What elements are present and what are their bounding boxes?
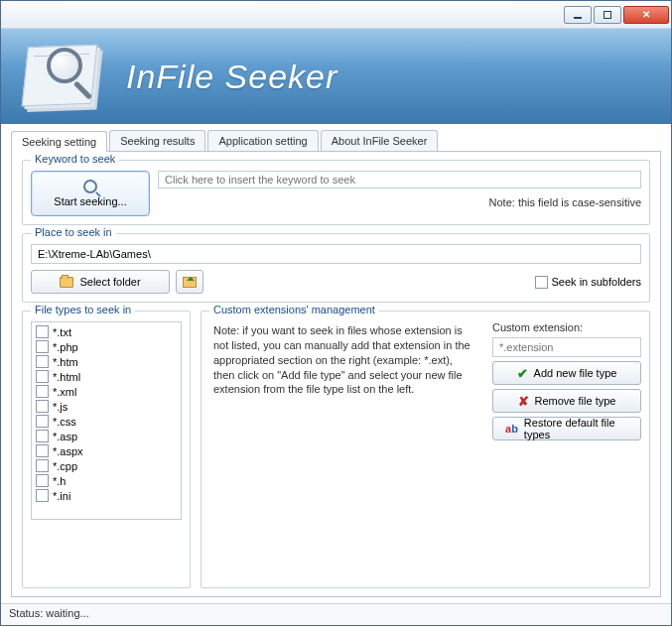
group-title-filetypes: File types to seek in xyxy=(31,304,135,315)
filetype-item[interactable]: *.css xyxy=(36,414,177,429)
open-folder-button[interactable] xyxy=(176,270,203,294)
subfolders-label: Seek in subfolders xyxy=(552,276,642,288)
titlebar: ✕ xyxy=(1,1,671,29)
filetype-item[interactable]: *.htm xyxy=(36,354,177,369)
restore-filetypes-button[interactable]: ab Restore default file types xyxy=(492,417,641,440)
filetype-label: *.xml xyxy=(53,386,76,398)
checkbox-icon xyxy=(36,400,49,413)
checkbox-icon xyxy=(36,459,49,472)
close-button[interactable]: ✕ xyxy=(623,6,669,24)
tab-about[interactable]: About InFile Seeker xyxy=(321,130,439,151)
filetype-label: *.html xyxy=(53,371,80,383)
filetype-item[interactable]: *.txt xyxy=(36,324,177,339)
group-title-place: Place to seek in xyxy=(31,226,116,238)
filetype-label: *.ini xyxy=(53,490,70,502)
filetype-label: *.cpp xyxy=(53,460,77,472)
filetype-item[interactable]: *.aspx xyxy=(36,443,177,458)
checkbox-icon xyxy=(36,474,49,487)
group-title-keyword: Keyword to seek xyxy=(31,153,119,165)
group-custom-extensions: Custom extensions' management Note: if y… xyxy=(201,311,650,588)
filetype-item[interactable]: *.html xyxy=(36,369,177,384)
subfolders-checkbox[interactable]: Seek in subfolders xyxy=(535,276,642,289)
app-window: ✕ InFile Seeker Seeking setting Seeking … xyxy=(0,0,672,626)
custom-extension-input[interactable] xyxy=(492,337,641,357)
path-input[interactable] xyxy=(31,244,641,264)
keyword-input[interactable] xyxy=(158,171,641,188)
filetype-item[interactable]: *.ini xyxy=(36,488,177,503)
status-text: Status: waiting... xyxy=(9,607,89,619)
filetype-label: *.css xyxy=(53,416,76,428)
app-logo-icon xyxy=(19,42,108,111)
filetype-item[interactable]: *.h xyxy=(36,473,177,488)
custom-extension-label: Custom extension: xyxy=(492,321,641,333)
group-filetypes: File types to seek in *.txt*.php*.htm*.h… xyxy=(22,311,191,588)
ab-icon: ab xyxy=(505,423,518,435)
filetype-item[interactable]: *.php xyxy=(36,339,177,354)
checkbox-icon xyxy=(535,276,548,289)
status-bar: Status: waiting... xyxy=(1,603,671,625)
folder-up-icon xyxy=(183,277,197,288)
checkbox-icon xyxy=(36,415,49,428)
filetype-item[interactable]: *.js xyxy=(36,399,177,414)
group-place: Place to seek in Select folder Seek in s… xyxy=(22,233,650,303)
tabstrip: Seeking setting Seeking results Applicat… xyxy=(1,124,671,151)
start-seeking-button[interactable]: Start seeking... xyxy=(31,171,150,216)
filetype-label: *.aspx xyxy=(53,445,83,457)
app-banner: InFile Seeker xyxy=(1,29,671,124)
start-seeking-label: Start seeking... xyxy=(54,195,126,207)
tab-seeking-setting[interactable]: Seeking setting xyxy=(11,131,107,152)
select-folder-label: Select folder xyxy=(79,276,140,288)
checkbox-icon xyxy=(36,430,49,442)
case-sensitive-note: Note: this field is case-sensitive xyxy=(158,196,641,208)
filetype-item[interactable]: *.cpp xyxy=(36,458,177,473)
filetype-label: *.txt xyxy=(53,326,71,338)
group-title-custom: Custom extensions' management xyxy=(209,304,379,315)
filetype-label: *.h xyxy=(53,475,66,487)
restore-filetypes-label: Restore default file types xyxy=(524,417,628,440)
check-icon: ✔ xyxy=(517,366,528,381)
search-icon xyxy=(83,180,97,193)
checkbox-icon xyxy=(36,489,49,502)
folder-open-icon xyxy=(60,277,73,288)
app-title: InFile Seeker xyxy=(126,58,337,96)
checkbox-icon xyxy=(36,370,49,383)
filetype-label: *.htm xyxy=(53,356,78,368)
filetypes-list[interactable]: *.txt*.php*.htm*.html*.xml*.js*.css*.asp… xyxy=(31,321,182,520)
filetype-item[interactable]: *.asp xyxy=(36,429,177,443)
checkbox-icon xyxy=(36,340,49,353)
filetype-item[interactable]: *.xml xyxy=(36,384,177,399)
tab-seeking-results[interactable]: Seeking results xyxy=(109,130,205,151)
x-icon: ✘ xyxy=(518,394,529,409)
checkbox-icon xyxy=(36,355,49,368)
remove-filetype-button[interactable]: ✘ Remove file type xyxy=(492,389,641,413)
remove-filetype-label: Remove file type xyxy=(535,395,616,407)
filetype-label: *.php xyxy=(53,341,78,353)
checkbox-icon xyxy=(36,444,49,457)
maximize-button[interactable] xyxy=(594,6,621,24)
tab-application-setting[interactable]: Application setting xyxy=(207,130,318,151)
tab-panel-seeking-setting: Keyword to seek Start seeking... Note: t… xyxy=(11,151,661,597)
filetype-label: *.js xyxy=(53,401,67,413)
checkbox-icon xyxy=(36,385,49,398)
select-folder-button[interactable]: Select folder xyxy=(31,270,170,294)
add-filetype-label: Add new file type xyxy=(534,367,617,379)
custom-extensions-note: Note: if you want to seek in files whose… xyxy=(209,321,476,440)
group-keyword: Keyword to seek Start seeking... Note: t… xyxy=(22,160,650,225)
checkbox-icon xyxy=(36,325,49,338)
add-filetype-button[interactable]: ✔ Add new file type xyxy=(492,361,641,385)
filetype-label: *.asp xyxy=(53,431,77,442)
minimize-button[interactable] xyxy=(564,6,592,24)
